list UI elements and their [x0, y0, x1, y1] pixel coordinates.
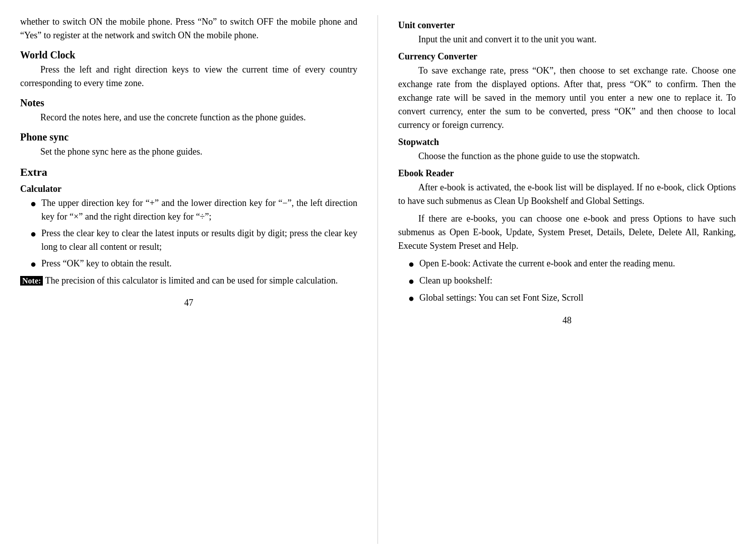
ebook-bullet-item-1: ● Open E-book: Activate the current e-bo… — [408, 257, 736, 271]
bullet-item-2: ● Press the clear key to clear the lates… — [30, 227, 357, 254]
stopwatch-heading: Stopwatch — [398, 137, 736, 148]
ebook-bullet-item-2: ● Clean up bookshelf: — [408, 274, 736, 288]
ebook-bullet-text-2: Clean up bookshelf: — [419, 274, 492, 288]
ebook-bullet-text-3: Global settings: You can set Font Size, … — [419, 291, 584, 305]
left-column: whether to switch ON the mobile phone. P… — [20, 15, 378, 544]
ebook-heading: Ebook Reader — [398, 168, 736, 179]
note-label: Note: — [20, 276, 43, 286]
left-page-number: 47 — [20, 298, 357, 308]
bullet-text-3: Press “OK” key to obtain the result. — [41, 257, 171, 270]
ebook-text-2: If there are e-books, you can choose one… — [398, 212, 736, 253]
notes-text: Record the notes here, and use the concr… — [20, 111, 357, 124]
ebook-bullet-item-3: ● Global settings: You can set Font Size… — [408, 291, 736, 305]
stopwatch-text: Choose the function as the phone guide t… — [398, 150, 736, 163]
ebook-bullet-dot-3: ● — [408, 291, 414, 305]
bullet-dot-3: ● — [30, 257, 36, 271]
currency-converter-text: To save exchange rate, press “OK”, then … — [398, 64, 736, 132]
currency-converter-heading: Currency Converter — [398, 51, 736, 62]
bullet-dot-2: ● — [30, 227, 36, 241]
calculator-heading: Calculator — [20, 184, 357, 194]
unit-converter-text: Input the unit and convert it to the uni… — [398, 33, 736, 46]
unit-converter-heading: Unit converter — [398, 20, 736, 31]
ebook-text-1: After e-book is activated, the e-book li… — [398, 181, 736, 208]
bullet-dot-1: ● — [30, 196, 36, 211]
phone-sync-text: Set the phone sync here as the phone gui… — [20, 145, 357, 159]
bullet-item-1: ● The upper direction key for “+” and th… — [30, 196, 357, 224]
phone-sync-heading: Phone sync — [20, 131, 357, 143]
bullet-text-1: The upper direction key for “+” and the … — [41, 196, 357, 224]
note-text: The precision of this calculator is limi… — [43, 275, 338, 286]
ebook-bullet-dot-1: ● — [408, 257, 414, 271]
right-column: Unit converter Input the unit and conver… — [378, 15, 736, 544]
calculator-bullets: ● The upper direction key for “+” and th… — [20, 196, 357, 271]
ebook-bullet-text-1: Open E-book: Activate the current e-book… — [419, 257, 675, 270]
bullet-item-3: ● Press “OK” key to obtain the result. — [30, 257, 357, 271]
world-clock-text: Press the left and right direction keys … — [20, 63, 357, 90]
extra-heading: Extra — [20, 166, 357, 179]
world-clock-heading: World Clock — [20, 49, 357, 61]
bullet-text-2: Press the clear key to clear the latest … — [41, 227, 357, 254]
right-page-number: 48 — [398, 315, 736, 326]
intro-text: whether to switch ON the mobile phone. P… — [20, 15, 357, 42]
notes-heading: Notes — [20, 97, 357, 109]
ebook-bullets: ● Open E-book: Activate the current e-bo… — [398, 257, 736, 305]
note-paragraph: Note: The precision of this calculator i… — [20, 274, 357, 288]
ebook-bullet-dot-2: ● — [408, 274, 414, 288]
